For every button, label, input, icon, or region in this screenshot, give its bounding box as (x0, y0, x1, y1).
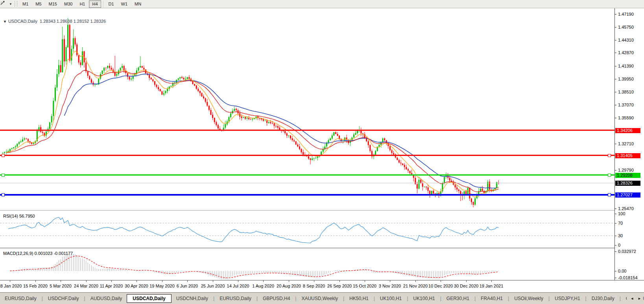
x-axis-date-label: 26 Sep 2020 (327, 284, 352, 288)
rsi-value: 56.7950 (19, 214, 35, 218)
timeframe-button-m5[interactable]: M5 (32, 0, 44, 8)
x-axis-date-label: 28 Jan 2020 (0, 284, 22, 288)
x-axis-tick-mark (263, 280, 264, 282)
rsi-chart[interactable] (0, 211, 614, 247)
y-axis-tick-mark (615, 79, 616, 79)
timeframe-button-mn[interactable]: MN (131, 0, 144, 8)
x-axis-date-label: 1 Aug 2020 (252, 284, 274, 288)
x-axis-tick-mark (415, 280, 416, 282)
timeframe-button-m1[interactable]: M1 (19, 0, 31, 8)
arrow-right-icon[interactable]: ► (636, 296, 643, 301)
tab-usdjpy-h1[interactable]: USDJPY,H1 (550, 295, 585, 302)
tab-hk50-h1[interactable]: HK50,H1 (345, 295, 373, 302)
tab-usdchf-daily[interactable]: USDCHF,Daily (43, 295, 84, 302)
chart-tab-bar: EURUSD,Daily|USDCHF,Daily|AUDUSD,DailyUS… (0, 292, 644, 304)
rsi-label: RSI(14) 56.7950 (3, 214, 35, 218)
chart-tabs: EURUSD,Daily|USDCHF,Daily|AUDUSD,DailyUS… (0, 294, 644, 303)
x-axis-date-label: 30 Dec 2020 (454, 284, 478, 288)
tab-scroll-buttons: ◄ ► (627, 293, 643, 304)
tab-audusd-daily[interactable]: AUDUSD,Daily (86, 295, 127, 302)
x-axis-date-label: 30 Apr 2020 (125, 284, 148, 288)
timeframe-button-h4[interactable]: H4 (89, 0, 101, 8)
timeframe-button-m30[interactable]: M30 (61, 0, 76, 8)
macd-axis-tick-mark (615, 271, 616, 271)
tab-uk100-h1[interactable]: UK100,H1 (408, 295, 439, 302)
chart-pointer-icon[interactable] (1, 1, 8, 7)
ma-mid-line (6, 70, 498, 192)
y-axis-tick-mark (615, 170, 616, 170)
support-line-blue-handle-left[interactable] (2, 193, 5, 196)
x-axis-date-label: 24 Mar 2020 (74, 284, 98, 288)
quote-ohlc: 1.28343 1.28638 1.28152 1.28326 (40, 19, 106, 24)
x-axis-date-label: 19 May 2020 (149, 284, 175, 288)
rsi-axis-tick-mark (615, 245, 616, 245)
y-axis-tick-mark (615, 92, 616, 92)
support-line-blue[interactable] (0, 194, 614, 196)
macd-panel[interactable]: MACD(12,26,9) 0.001023 -0.001177 (0, 249, 614, 280)
chart-title: ▼USDCAD,Daily 1.28343 1.28638 1.28152 1.… (3, 19, 106, 24)
x-axis-tick-mark (111, 280, 112, 282)
tab-dj30-daily[interactable]: DJ30,Daily (587, 295, 619, 302)
y-axis-tick-mark (615, 118, 616, 118)
y-axis-tick-label: 1.32710 (618, 141, 634, 146)
timeframe-button-m15[interactable]: M15 (46, 0, 60, 8)
x-axis-date-label: 19 Jan 2021 (480, 284, 504, 288)
triangle-down-icon[interactable]: ▼ (3, 20, 7, 24)
y-axis-tick-mark (615, 66, 616, 66)
y-axis-tick-label: 1.38510 (618, 90, 634, 94)
timeframe-button-w1[interactable]: W1 (118, 0, 131, 8)
down-candle-bodies (26, 25, 499, 205)
macd-signal-line (10, 256, 498, 278)
x-axis-date-label: 20 Aug 2020 (277, 284, 301, 288)
resistance-line-2-handle-left[interactable] (2, 154, 5, 157)
trading-terminal-window: ▼ M1M5M15M30H1H4D1W1MN ▼USDCAD,Daily 1.2… (0, 0, 644, 304)
rsi-axis-tick-mark (615, 236, 616, 236)
y-axis-tick-label: 1.47190 (618, 12, 634, 16)
x-axis-date-label: 15 Oct 2020 (353, 284, 376, 288)
x-axis-tick-mark (86, 280, 87, 282)
y-axis-tick-mark (615, 40, 616, 40)
macd-chart[interactable] (0, 249, 614, 280)
x-axis-date-label: 10 Dec 2020 (428, 284, 453, 288)
x-axis-tick-mark (187, 280, 188, 282)
tab-usdcad-daily[interactable]: USDCAD,Daily (127, 294, 171, 303)
candlestick-chart[interactable] (0, 8, 614, 210)
y-axis-tick-mark (615, 14, 616, 15)
tab-gbpusd-h4[interactable]: GBPUSD,H4 (258, 295, 295, 302)
tab-xauusd-weekly[interactable]: XAUUSD,Weekly (297, 295, 342, 302)
arrow-left-icon[interactable]: ◄ (628, 296, 636, 301)
timeframe-toolbar: ▼ M1M5M15M30H1H4D1W1MN (0, 0, 644, 8)
tab-eurusd-daily[interactable]: EURUSD,Daily (0, 295, 41, 302)
y-axis-tick-label: 1.39950 (618, 77, 634, 81)
date-axis[interactable]: 28 Jan 202015 Feb 20205 Mar 202024 Mar 2… (0, 280, 644, 293)
support-line-green[interactable] (0, 174, 614, 176)
resistance-line-1[interactable] (0, 130, 614, 131)
tab-ger30-h1[interactable]: GER30,H1 (442, 295, 474, 302)
resistance-line-2[interactable] (0, 155, 614, 156)
tab-uk100-h1[interactable]: UK100,H1 (375, 295, 406, 302)
timeframe-button-h1[interactable]: H1 (76, 0, 88, 8)
x-axis-tick-mark (35, 280, 36, 282)
panel-separator[interactable] (0, 210, 644, 211)
resistance-line-2-handle-right[interactable] (608, 154, 611, 157)
tab-usdcnh-daily[interactable]: USDCNH,Daily (172, 295, 213, 302)
price-axis[interactable]: 1.471901.457501.443101.428701.413901.399… (614, 8, 644, 280)
macd-axis-tick-label: 0.032972 (618, 249, 636, 254)
toolbar-grip[interactable] (15, 1, 17, 7)
x-axis-date-label: 14 Jul 2020 (227, 284, 249, 288)
caret-down-icon[interactable]: ▼ (8, 2, 13, 6)
y-axis-tick-label: 1.44310 (618, 38, 634, 42)
x-axis-tick-mark (213, 280, 213, 282)
x-axis-tick-mark (441, 280, 441, 282)
price-chart-panel[interactable]: ▼USDCAD,Daily 1.28343 1.28638 1.28152 1.… (0, 8, 614, 210)
support-line-blue-handle-right[interactable] (608, 193, 611, 196)
timeframe-button-d1[interactable]: D1 (105, 0, 117, 8)
y-axis-tick-mark (615, 105, 616, 105)
support-line-green-handle-left[interactable] (2, 174, 5, 177)
x-axis-date-label: 15 Feb 2020 (23, 284, 48, 288)
support-line-green-handle-right[interactable] (608, 174, 611, 177)
tab-eurusd-daily[interactable]: EURUSD,Daily (215, 295, 256, 302)
tab-fra40-h1[interactable]: FRA40,H1 (476, 295, 507, 302)
tab-usoil-weekly[interactable]: USOil,Weekly (509, 295, 548, 302)
rsi-panel[interactable]: RSI(14) 56.7950 (0, 211, 614, 247)
